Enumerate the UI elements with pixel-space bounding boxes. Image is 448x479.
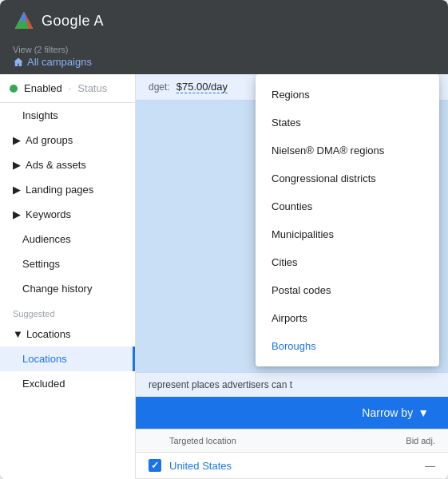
col-header-location: Targeted location <box>169 436 303 445</box>
sub-header: View (2 filters) All campaigns <box>0 42 448 74</box>
budget-label: dget: <box>149 81 170 93</box>
sidebar-item-label: Ads & assets <box>26 159 86 171</box>
dropdown-item-states[interactable]: States <box>256 109 439 137</box>
sidebar-item-label: Ad groups <box>26 134 73 146</box>
bid-value: — <box>387 460 435 472</box>
sidebar-item-locations-active[interactable]: Locations <box>0 346 135 371</box>
info-text: represent places advertisers can t <box>149 379 292 390</box>
header: Google A <box>0 0 448 42</box>
sidebar-item-label: Settings <box>22 258 60 270</box>
logo: Google A <box>13 10 104 32</box>
sidebar-item-label: Audiences <box>22 233 71 245</box>
sidebar-item-settings[interactable]: Settings <box>0 251 135 276</box>
sidebar-item-ad-groups[interactable]: ▶ Ad groups <box>0 128 135 152</box>
chevron-right-icon: ▶ <box>13 208 21 220</box>
main-layout: Enabled · Status Insights ▶ Ad groups ▶ … <box>0 74 448 479</box>
dropdown-arrow-icon: ▼ <box>418 406 429 419</box>
dropdown-item-counties[interactable]: Counties <box>256 192 439 220</box>
checkbox-col-header <box>149 436 169 445</box>
location-link[interactable]: United States <box>169 460 379 472</box>
dropdown-item-cities[interactable]: Cities <box>256 248 439 276</box>
dropdown-item-boroughs[interactable]: Boroughs <box>256 332 439 360</box>
status-dot <box>10 85 18 93</box>
sidebar-item-label: Keywords <box>26 208 71 220</box>
google-ads-logo-icon <box>13 10 35 32</box>
suggested-section-label: Suggested <box>0 301 135 322</box>
locations-active-label: Locations <box>22 353 67 365</box>
sidebar-item-audiences[interactable]: Audiences <box>0 227 135 251</box>
content-area: dget: $75.00/day Optimizati represent pl… <box>136 74 448 479</box>
sidebar-item-label: Landing pages <box>26 184 93 196</box>
sidebar-item-landing-pages[interactable]: ▶ Landing pages <box>0 177 135 202</box>
table-row: ✓ United States — <box>136 453 448 479</box>
sidebar-item-ads-assets[interactable]: ▶ Ads & assets <box>0 152 135 177</box>
status-bar: Enabled · Status <box>0 74 135 103</box>
sidebar-item-insights[interactable]: Insights <box>0 103 135 128</box>
row-checkbox[interactable]: ✓ <box>149 459 161 472</box>
checkmark-icon: ✓ <box>151 460 159 471</box>
col-header-bid: Bid adj. <box>303 436 436 445</box>
dropdown-item-congressional[interactable]: Congressional districts <box>256 164 439 192</box>
action-bar: Narrow by ▼ <box>136 397 448 429</box>
dropdown-item-municipalities[interactable]: Municipalities <box>256 220 439 248</box>
sidebar-item-locations-parent[interactable]: ▼ Locations <box>0 322 135 346</box>
dropdown-item-regions[interactable]: Regions <box>256 81 439 109</box>
info-bar: represent places advertisers can t <box>136 372 448 397</box>
dropdown-item-airports[interactable]: Airports <box>256 304 439 332</box>
sidebar-item-label: Change history <box>22 283 92 295</box>
sidebar-item-keywords[interactable]: ▶ Keywords <box>0 202 135 227</box>
all-campaigns-link[interactable]: All campaigns <box>13 56 435 68</box>
chevron-down-icon: ▼ <box>13 328 23 340</box>
status-divider: · <box>69 82 72 94</box>
narrow-by-button[interactable]: Narrow by ▼ <box>355 403 435 422</box>
all-campaigns-label: All campaigns <box>27 56 92 68</box>
table-area: Targeted location Bid adj. ✓ United Stat… <box>136 429 448 479</box>
chevron-right-icon: ▶ <box>13 184 21 196</box>
table-header: Targeted location Bid adj. <box>136 430 448 453</box>
dropdown-item-postal-codes[interactable]: Postal codes <box>256 276 439 304</box>
dropdown-item-nielsen-dma[interactable]: Nielsen® DMA® regions <box>256 137 439 164</box>
view-filter-label: View (2 filters) <box>13 45 435 54</box>
sidebar-item-excluded[interactable]: Excluded <box>0 371 135 396</box>
sidebar-item-change-history[interactable]: Change history <box>0 276 135 301</box>
chevron-right-icon: ▶ <box>13 159 21 171</box>
sidebar: Enabled · Status Insights ▶ Ad groups ▶ … <box>0 74 136 479</box>
dropdown-menu[interactable]: Regions States Nielsen® DMA® regions Con… <box>256 74 439 366</box>
status-label: Enabled <box>24 82 62 94</box>
app-container: Google A View (2 filters) All campaigns … <box>0 0 448 479</box>
header-title: Google A <box>42 13 104 30</box>
status-text: Status <box>77 82 107 94</box>
narrow-by-label: Narrow by <box>362 406 413 419</box>
chevron-right-icon: ▶ <box>13 134 21 146</box>
budget-value[interactable]: $75.00/day <box>176 81 228 93</box>
home-icon <box>13 57 24 68</box>
locations-parent-label: Locations <box>26 328 71 340</box>
sidebar-item-label: Insights <box>22 109 58 121</box>
excluded-label: Excluded <box>22 378 65 390</box>
